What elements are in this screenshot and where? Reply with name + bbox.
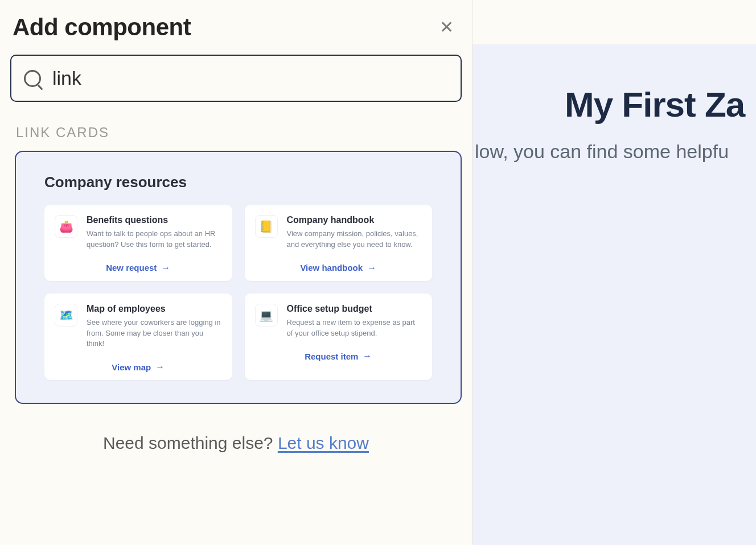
arrow-right-icon: → xyxy=(161,263,170,273)
let-us-know-link[interactable]: Let us know xyxy=(278,433,369,452)
card-cta-label: View map xyxy=(112,362,151,372)
panel-title: Add component xyxy=(13,14,191,41)
card-desc: View company mission, policies, values, … xyxy=(287,229,422,250)
card-cta-label: View handbook xyxy=(300,263,363,272)
card-desc: See where your coworkers are logging in … xyxy=(87,317,222,350)
preview-content: My First Za low, you can find some helpf… xyxy=(472,44,756,545)
link-cards-result[interactable]: Company resources 👛 Benefits questions W… xyxy=(15,151,462,404)
link-card-map[interactable]: 🗺️ Map of employees See where your cowor… xyxy=(44,294,232,381)
card-desc: Request a new item to expense as part of… xyxy=(287,317,422,339)
card-title: Company handbook xyxy=(287,215,422,225)
card-cta-label: Request item xyxy=(305,352,358,361)
card-title: Map of employees xyxy=(87,304,222,314)
card-cta[interactable]: View map → xyxy=(55,362,222,372)
arrow-right-icon: → xyxy=(155,362,165,372)
footer-text: Need something else? xyxy=(103,433,278,452)
card-cta-label: New request xyxy=(106,263,157,272)
search-field-wrap[interactable] xyxy=(10,55,462,102)
page-preview-pane: My First Za low, you can find some helpf… xyxy=(472,0,756,545)
result-title: Company resources xyxy=(44,174,432,191)
card-title: Benefits questions xyxy=(87,215,222,225)
card-desc: Want to talk to people ops about an HR q… xyxy=(87,229,222,250)
preview-subtitle: low, you can find some helpfu xyxy=(475,141,756,163)
cards-grid: 👛 Benefits questions Want to talk to peo… xyxy=(44,205,432,380)
preview-title: My First Za xyxy=(565,84,756,125)
panel-header: Add component ✕ xyxy=(10,14,462,55)
footer-prompt: Need something else? Let us know xyxy=(10,433,462,453)
card-icon: 👛 xyxy=(55,215,77,238)
search-icon xyxy=(24,70,41,87)
card-cta[interactable]: New request → xyxy=(55,263,222,273)
card-icon: 🗺️ xyxy=(55,304,77,327)
arrow-right-icon: → xyxy=(363,351,372,361)
arrow-right-icon: → xyxy=(367,263,376,273)
card-title: Office setup budget xyxy=(287,304,422,314)
search-input[interactable] xyxy=(52,67,448,89)
card-icon: 💻 xyxy=(255,304,278,327)
card-icon: 📒 xyxy=(255,215,278,238)
card-cta[interactable]: Request item → xyxy=(255,351,422,361)
add-component-panel: Add component ✕ LINK CARDS Company resou… xyxy=(0,0,472,545)
link-card-benefits[interactable]: 👛 Benefits questions Want to talk to peo… xyxy=(44,205,232,281)
link-card-office-budget[interactable]: 💻 Office setup budget Request a new item… xyxy=(245,294,433,381)
section-label-link-cards: LINK CARDS xyxy=(16,125,462,141)
close-button[interactable]: ✕ xyxy=(434,16,459,38)
link-card-handbook[interactable]: 📒 Company handbook View company mission,… xyxy=(245,205,433,281)
card-cta[interactable]: View handbook → xyxy=(255,263,422,273)
